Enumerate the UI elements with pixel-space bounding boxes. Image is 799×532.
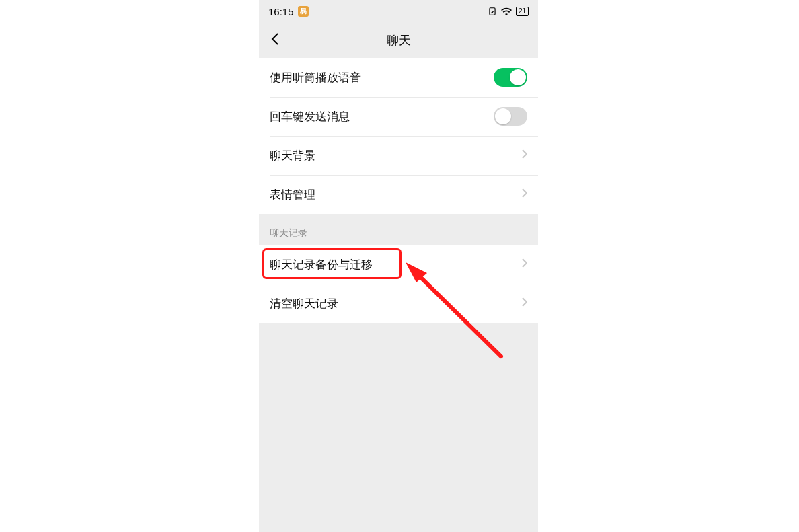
row-clear-history[interactable]: 清空聊天记录 <box>259 284 538 323</box>
toggle-knob <box>495 108 511 124</box>
page-title: 聊天 <box>259 32 538 48</box>
battery-level: 21 <box>519 7 526 15</box>
status-left: 16:15 易 <box>268 6 309 17</box>
status-bar: 16:15 易 21 <box>259 0 538 23</box>
toggle-knob <box>510 69 526 85</box>
nav-bar: 聊天 <box>259 23 538 58</box>
chevron-right-icon <box>522 297 527 309</box>
row-label: 聊天背景 <box>270 148 315 163</box>
row-chat-background[interactable]: 聊天背景 <box>259 136 538 175</box>
status-right: 21 <box>488 7 529 16</box>
chevron-right-icon <box>522 258 527 270</box>
settings-group-1: 使用听筒播放语音 回车键发送消息 聊天背景 表情管理 <box>259 58 538 214</box>
row-enter-send[interactable]: 回车键发送消息 <box>259 97 538 136</box>
settings-group-2: 聊天记录备份与迁移 清空聊天记录 <box>259 245 538 323</box>
chevron-right-icon <box>522 188 527 200</box>
sim-card-icon <box>488 7 497 16</box>
row-label: 使用听筒播放语音 <box>270 70 361 85</box>
chevron-right-icon <box>522 149 527 161</box>
toggle-enter-send[interactable] <box>494 107 527 126</box>
row-label: 回车键发送消息 <box>270 109 350 124</box>
app-badge-icon: 易 <box>298 6 309 17</box>
row-sticker-manage[interactable]: 表情管理 <box>259 175 538 214</box>
back-button[interactable] <box>266 27 284 54</box>
row-backup-migrate[interactable]: 聊天记录备份与迁移 <box>259 245 538 284</box>
status-time: 16:15 <box>268 6 294 17</box>
battery-indicator: 21 <box>516 7 529 16</box>
phone-screen: 16:15 易 21 聊天 <box>259 0 538 532</box>
toggle-earpiece-audio[interactable] <box>494 68 527 87</box>
section-header-chat-history: 聊天记录 <box>259 214 538 245</box>
row-label: 清空聊天记录 <box>270 296 338 311</box>
svg-rect-0 <box>490 8 495 15</box>
wifi-icon <box>501 7 512 15</box>
row-label: 表情管理 <box>270 187 315 202</box>
row-label: 聊天记录备份与迁移 <box>270 257 373 272</box>
row-earpiece-audio[interactable]: 使用听筒播放语音 <box>259 58 538 97</box>
